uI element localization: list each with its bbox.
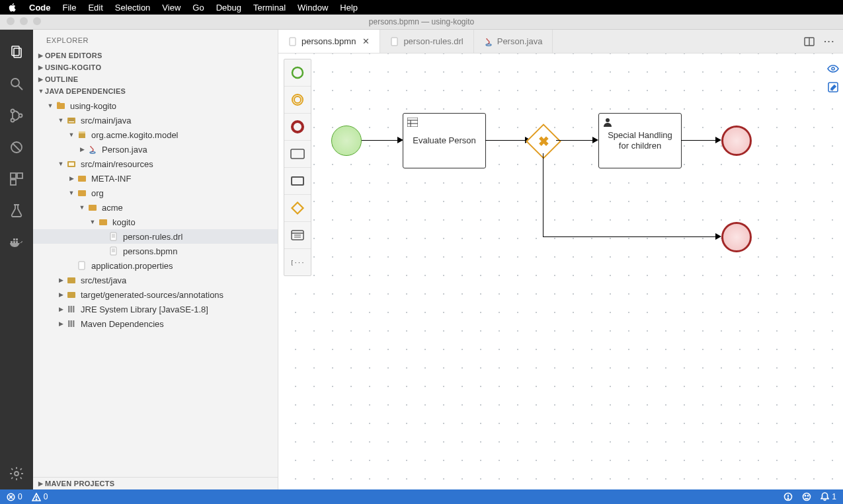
section-maven-projects[interactable]: ▶MAVEN PROJECTS xyxy=(33,477,278,489)
tree-src-main-resources[interactable]: ▼ src/main/resources xyxy=(33,157,278,171)
tree-target[interactable]: ▶ target/generated-sources/annotations xyxy=(33,287,278,302)
svg-rect-37 xyxy=(110,247,116,255)
bpmn-canvas[interactable]: [···] Evaluate Person xyxy=(278,54,843,489)
source-folder-icon xyxy=(66,289,77,300)
library-icon xyxy=(66,304,77,314)
svg-point-85 xyxy=(808,495,809,496)
svg-rect-43 xyxy=(67,292,75,298)
more-actions-icon[interactable]: ··· xyxy=(824,36,835,46)
java-file-icon xyxy=(484,37,493,46)
tree-person-java[interactable]: ▶ Person.java xyxy=(33,142,278,157)
svg-rect-46 xyxy=(73,306,75,312)
menu-view[interactable]: View xyxy=(162,3,181,13)
section-outline[interactable]: ▶OUTLINE xyxy=(33,73,278,85)
tree-src-test-java[interactable]: ▶ src/test/java xyxy=(33,273,278,287)
svg-rect-29 xyxy=(78,176,86,182)
svg-point-5 xyxy=(11,119,15,122)
svg-rect-15 xyxy=(13,238,15,240)
folder-icon xyxy=(87,202,98,213)
tree-project[interactable]: ▼ using-kogito xyxy=(33,98,278,113)
svg-rect-19 xyxy=(57,102,60,104)
tree-application-properties[interactable]: application.properties xyxy=(33,258,278,273)
tab-persons-bpmn[interactable]: persons.bpmn ✕ xyxy=(278,30,380,53)
status-smiley-icon[interactable] xyxy=(802,492,811,501)
activity-extensions-icon[interactable] xyxy=(7,170,26,188)
tree-persons-bpmn[interactable]: persons.bpmn xyxy=(33,244,278,258)
menu-debug[interactable]: Debug xyxy=(216,3,241,13)
activity-search-icon[interactable] xyxy=(7,75,26,93)
user-task-icon xyxy=(603,118,612,127)
source-folder-icon xyxy=(66,159,77,169)
editor-tabbar: persons.bpmn ✕ person-rules.drl Person.j… xyxy=(278,30,843,54)
bpmn-diagram: Evaluate Person ✖ Special Handling for c… xyxy=(278,54,843,489)
bpmn-end-event-1[interactable] xyxy=(721,126,752,156)
svg-line-3 xyxy=(19,86,22,90)
menu-file[interactable]: File xyxy=(63,3,77,13)
status-feedback-icon[interactable] xyxy=(783,492,793,501)
activity-scm-icon[interactable] xyxy=(7,106,26,125)
folder-icon xyxy=(77,173,87,184)
split-editor-icon[interactable] xyxy=(804,36,815,47)
svg-rect-50 xyxy=(290,38,296,46)
bpmn-task-special-handling[interactable]: Special Handling for children xyxy=(598,113,682,168)
menu-go[interactable]: Go xyxy=(192,3,204,13)
menu-selection[interactable]: Selection xyxy=(115,3,150,13)
tab-person-java[interactable]: Person.java xyxy=(474,30,553,53)
section-project[interactable]: ▶USING-KOGITO xyxy=(33,61,278,73)
apple-menu-icon[interactable] xyxy=(8,3,17,12)
activity-explorer-icon[interactable] xyxy=(7,43,26,61)
file-icon xyxy=(390,37,399,46)
bpmn-start-event[interactable] xyxy=(331,126,362,156)
bpmn-gateway[interactable]: ✖ xyxy=(526,124,561,159)
svg-rect-13 xyxy=(13,241,15,243)
svg-rect-48 xyxy=(71,320,73,327)
tree-kogito[interactable]: ▼ kogito xyxy=(33,215,278,229)
menu-edit[interactable]: Edit xyxy=(88,3,102,13)
library-icon xyxy=(66,318,77,329)
svg-rect-1 xyxy=(14,48,21,57)
tree-person-rules[interactable]: person-rules.drl xyxy=(33,229,278,244)
svg-rect-0 xyxy=(12,46,19,55)
tree-acme[interactable]: ▼ acme xyxy=(33,200,278,215)
section-java-dependencies[interactable]: ▼JAVA DEPENDENCIES xyxy=(33,85,278,97)
java-deps-tree: ▼ using-kogito ▼ src/main/java ▼ org.acm… xyxy=(33,97,278,477)
menu-terminal[interactable]: Terminal xyxy=(253,3,286,13)
activity-docker-icon[interactable] xyxy=(7,233,26,252)
file-icon xyxy=(77,260,87,271)
bpmn-end-event-2[interactable] xyxy=(721,222,752,252)
tab-person-rules[interactable]: person-rules.drl xyxy=(380,30,473,53)
menu-code[interactable]: Code xyxy=(29,3,51,13)
activity-bar xyxy=(0,30,33,489)
menu-help[interactable]: Help xyxy=(340,3,358,13)
file-icon xyxy=(288,37,298,46)
window-title-text: persons.bpmn — using-kogito xyxy=(369,17,474,26)
tree-meta-inf[interactable]: ▶ META-INF xyxy=(33,171,278,186)
traffic-lights[interactable] xyxy=(7,17,41,25)
close-icon[interactable]: ✕ xyxy=(362,36,370,46)
file-icon xyxy=(108,231,119,242)
svg-rect-51 xyxy=(391,38,397,46)
svg-rect-49 xyxy=(73,320,75,327)
tree-org[interactable]: ▼ org xyxy=(33,186,278,200)
svg-point-83 xyxy=(803,493,811,501)
bpmn-task-evaluate-person[interactable]: Evaluate Person xyxy=(403,113,486,168)
tree-src-main-java[interactable]: ▼ src/main/java xyxy=(33,113,278,127)
activity-test-icon[interactable] xyxy=(7,201,26,220)
window-titlebar: persons.bpmn — using-kogito xyxy=(0,15,843,30)
tree-package[interactable]: ▼ org.acme.kogito.model xyxy=(33,127,278,142)
tree-jre[interactable]: ▶ JRE System Library [JavaSE-1.8] xyxy=(33,302,278,316)
activity-debug-icon[interactable] xyxy=(7,138,26,157)
status-errors[interactable]: 0 xyxy=(7,492,22,501)
svg-rect-10 xyxy=(17,173,22,178)
editor-area: persons.bpmn ✕ person-rules.drl Person.j… xyxy=(278,30,843,489)
svg-point-79 xyxy=(36,499,36,499)
activity-settings-icon[interactable] xyxy=(7,464,26,483)
status-warnings[interactable]: 0 xyxy=(32,492,48,501)
svg-rect-30 xyxy=(78,190,86,196)
menu-window[interactable]: Window xyxy=(298,3,328,13)
section-open-editors[interactable]: ▶OPEN EDITORS xyxy=(33,50,278,61)
svg-rect-41 xyxy=(79,262,85,270)
svg-rect-44 xyxy=(68,306,70,312)
status-notifications[interactable]: 1 xyxy=(821,492,836,501)
tree-maven-deps[interactable]: ▶ Maven Dependencies xyxy=(33,316,278,331)
